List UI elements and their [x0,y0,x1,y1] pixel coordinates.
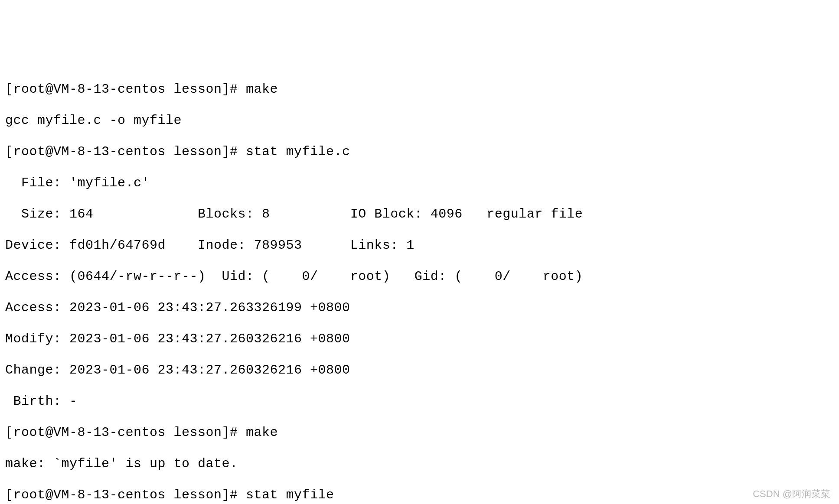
stat-birth-line: Birth: - [5,393,834,409]
prompt-line: [root@VM-8-13-centos lesson]# stat myfil… [5,487,834,503]
stat-modify-time-line: Modify: 2023-01-06 23:43:27.260326216 +0… [5,331,834,347]
prompt-line: [root@VM-8-13-centos lesson]# stat myfil… [5,144,834,159]
stat-change-time-line: Change: 2023-01-06 23:43:27.260326216 +0… [5,362,834,378]
stat-access-time-line: Access: 2023-01-06 23:43:27.263326199 +0… [5,300,834,315]
prompt-line: [root@VM-8-13-centos lesson]# make [5,81,834,97]
stat-device-line: Device: fd01h/64769d Inode: 789953 Links… [5,237,834,253]
terminal-output[interactable]: [root@VM-8-13-centos lesson]# make gcc m… [5,66,834,504]
stat-file-line: File: 'myfile.c' [5,175,834,191]
output-line: make: `myfile' is up to date. [5,456,834,471]
stat-access-perm-line: Access: (0644/-rw-r--r--) Uid: ( 0/ root… [5,269,834,284]
output-line: gcc myfile.c -o myfile [5,113,834,128]
stat-size-line: Size: 164 Blocks: 8 IO Block: 4096 regul… [5,206,834,222]
prompt-line: [root@VM-8-13-centos lesson]# make [5,425,834,440]
watermark-text: CSDN @阿润菜菜 [753,488,830,500]
